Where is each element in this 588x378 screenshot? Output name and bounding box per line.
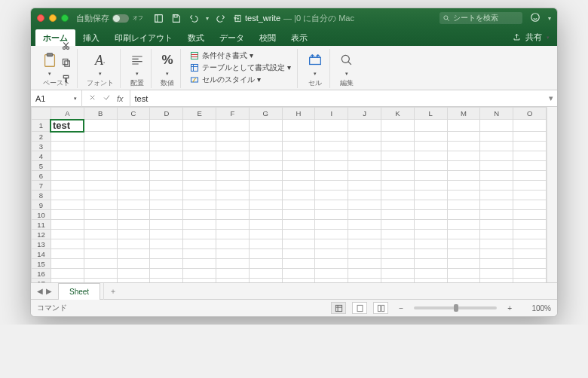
cell[interactable] [183,239,216,249]
cell[interactable] [84,132,117,142]
redo-more-icon[interactable]: ▾ [234,15,237,22]
cell[interactable] [414,151,447,161]
name-box[interactable]: A1 ▾ [31,90,82,107]
cell[interactable] [315,191,348,200]
col-header[interactable]: H [282,108,315,120]
cell[interactable] [216,120,250,132]
cell[interactable] [51,161,84,171]
tab-review[interactable]: 校閲 [252,29,283,46]
cell[interactable] [282,269,315,279]
cell[interactable] [117,269,150,279]
cell[interactable] [249,200,282,210]
cell[interactable] [249,220,282,230]
cell[interactable] [216,200,250,210]
cell[interactable] [447,259,480,269]
minimize-window-button[interactable] [49,14,57,22]
close-window-button[interactable] [37,14,44,22]
cell[interactable] [381,151,414,161]
cell[interactable] [150,151,183,161]
cell[interactable] [150,220,183,230]
cell[interactable] [249,259,282,269]
cell[interactable] [183,171,216,181]
cell[interactable] [249,210,282,220]
cell[interactable] [51,220,84,230]
cell[interactable] [315,142,348,151]
cell[interactable] [447,220,480,230]
cell[interactable] [348,249,381,259]
zoom-slider[interactable] [414,306,497,309]
cell[interactable] [480,142,513,151]
cell[interactable] [150,171,183,181]
cell[interactable] [51,171,84,181]
cell[interactable] [315,259,348,269]
cell[interactable] [414,132,447,142]
cell[interactable] [84,142,117,151]
cell[interactable] [315,249,348,259]
cell[interactable] [282,230,315,239]
cell[interactable] [513,259,547,269]
cell[interactable] [249,142,282,151]
cell[interactable] [447,142,480,151]
spreadsheet-grid[interactable]: ABCDEFGHIJKLMNO1test23456789101112131415… [31,107,547,283]
cell[interactable] [348,191,381,200]
cell[interactable] [348,142,381,151]
cell[interactable] [315,151,348,161]
paste-button[interactable]: ▾ [41,50,58,77]
formula-expand-icon[interactable]: ▾ [545,93,557,103]
cell[interactable] [480,230,513,239]
cell[interactable] [84,200,117,210]
cell[interactable] [480,171,513,181]
cell[interactable] [84,181,117,191]
cell[interactable] [513,132,547,142]
cell[interactable] [150,230,183,239]
cells-button[interactable]: ▾ [307,50,323,77]
normal-view-button[interactable] [331,302,346,314]
row-header[interactable]: 4 [32,151,51,161]
prev-sheet-icon[interactable]: ◀ [37,287,43,295]
tab-page-layout[interactable]: 印刷レイアウト [107,29,180,46]
row-header[interactable]: 7 [32,181,51,191]
cell[interactable] [513,161,547,171]
cell[interactable] [480,200,513,210]
cell[interactable] [480,269,513,279]
row-header[interactable]: 14 [32,249,51,259]
cell[interactable] [117,210,150,220]
cell[interactable] [183,210,216,220]
cell[interactable] [117,151,150,161]
cell[interactable] [414,249,447,259]
cell[interactable] [282,239,315,249]
cell[interactable] [447,191,480,200]
cell[interactable] [381,220,414,230]
cell[interactable] [348,230,381,239]
tab-formulas[interactable]: 数式 [180,29,212,46]
cell[interactable] [249,269,282,279]
cell[interactable] [348,200,381,210]
cell[interactable] [216,161,250,171]
next-sheet-icon[interactable]: ▶ [46,287,52,295]
col-header[interactable]: B [84,108,117,120]
search-input[interactable]: シートを検索 [439,12,522,24]
cell[interactable] [249,161,282,171]
table-format-button[interactable]: テーブルとして書式設定 ▾ [190,62,291,73]
cell[interactable] [150,210,183,220]
cell[interactable] [480,249,513,259]
row-header[interactable]: 6 [32,171,51,181]
cell[interactable] [117,259,150,269]
conditional-format-button[interactable]: 条件付き書式 ▾ [190,50,291,61]
cell[interactable] [84,151,117,161]
cell[interactable] [216,269,250,279]
col-header[interactable]: G [249,108,282,120]
cell[interactable] [183,132,216,142]
smile-feedback-icon[interactable] [530,12,541,24]
cell[interactable] [216,230,250,239]
cell[interactable] [348,239,381,249]
cell[interactable] [315,161,348,171]
cell[interactable] [447,171,480,181]
cell[interactable] [117,132,150,142]
cell[interactable] [381,120,414,132]
cell[interactable] [315,132,348,142]
cell[interactable] [117,230,150,239]
col-header[interactable]: L [414,108,447,120]
cell[interactable] [150,181,183,191]
cell[interactable] [315,220,348,230]
